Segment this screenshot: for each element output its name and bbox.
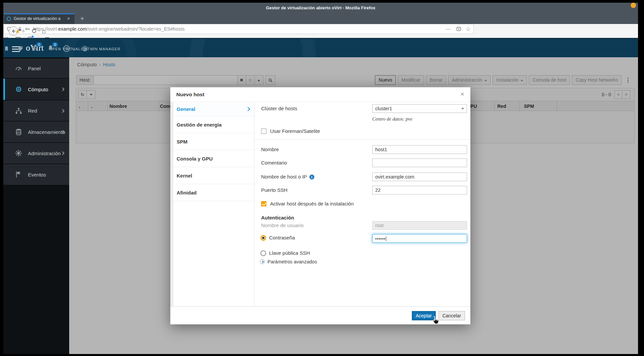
dashboard-gauge-icon bbox=[15, 64, 23, 72]
cpu-icon bbox=[15, 85, 23, 93]
magnifier-icon bbox=[268, 78, 273, 83]
sidebar-item-panel[interactable]: Panel bbox=[3, 59, 69, 78]
search-filter-bar: Host: ✖ ☆ bbox=[76, 75, 275, 85]
dialog-close-icon[interactable]: ✕ bbox=[460, 91, 464, 97]
reload-button[interactable] bbox=[31, 28, 37, 34]
sidebar-item-administracion[interactable]: Administración bbox=[3, 143, 69, 164]
back-icon bbox=[11, 29, 16, 34]
refresh-rate-dropdown[interactable] bbox=[87, 90, 95, 99]
next-page-button[interactable]: > bbox=[622, 90, 630, 99]
dialog-header: Nuevo host ✕ bbox=[170, 87, 470, 102]
tab-kernel[interactable]: Kernel bbox=[173, 167, 254, 184]
sidebar-item-almacenamiento[interactable]: Almacenamiento bbox=[3, 122, 69, 142]
connection-lock-icon[interactable] bbox=[17, 26, 23, 32]
sidebar-item-computo[interactable]: Cómputo bbox=[3, 79, 69, 100]
breadcrumb-current-link[interactable]: Hosts bbox=[103, 62, 115, 67]
installation-menu-button[interactable]: Instalación bbox=[493, 75, 527, 85]
account-notification-dot bbox=[31, 35, 34, 38]
tab-spm[interactable]: SPM bbox=[173, 133, 254, 150]
foreman-label: Usar Foreman/Satelite bbox=[270, 128, 320, 135]
tags-icon[interactable] bbox=[17, 45, 24, 52]
clear-search-button[interactable]: ✖ bbox=[238, 75, 246, 85]
management-menu-button[interactable]: Administración bbox=[448, 75, 491, 85]
address-input[interactable]: ovirt.example.com bbox=[372, 173, 467, 181]
advanced-params-expander[interactable]: Parámetros avanzados bbox=[260, 257, 317, 266]
search-button[interactable] bbox=[265, 75, 275, 85]
datacenter-note: Centro de datos: pve bbox=[372, 116, 412, 122]
name-input[interactable]: host1 bbox=[372, 145, 467, 154]
browser-tab[interactable]: Gestor de virtualización a ✕ bbox=[4, 13, 75, 24]
copy-host-networks-button[interactable]: Copy Host Networks bbox=[572, 75, 622, 85]
tab-afinidad[interactable]: Afinidad bbox=[173, 184, 254, 201]
host-actions-toolbar: Nuevo Modificar Borrar Administración In… bbox=[375, 75, 632, 85]
pocket-icon[interactable] bbox=[456, 26, 462, 32]
tab-general[interactable]: General bbox=[173, 102, 254, 116]
tasks-count-badge: 0 bbox=[36, 42, 42, 47]
window-titlebar: Gestor de virtualización abierto oVirt -… bbox=[3, 3, 638, 13]
flag-icon bbox=[15, 171, 23, 178]
tab-close-icon[interactable]: ✕ bbox=[67, 16, 70, 21]
refresh-button[interactable]: ↻ bbox=[78, 90, 87, 99]
page-actions-icon[interactable]: ⋯ bbox=[445, 26, 451, 32]
chevron-down-icon bbox=[90, 94, 92, 96]
remove-host-button[interactable]: Borrar bbox=[426, 75, 446, 85]
column-nombre[interactable]: Nombre bbox=[109, 101, 127, 111]
alerts-bell-icon[interactable]: 0 bbox=[47, 45, 54, 53]
alerts-count-badge: 0 bbox=[52, 42, 58, 47]
info-icon[interactable]: i bbox=[309, 175, 314, 179]
new-host-button[interactable]: Nuevo bbox=[375, 75, 396, 85]
column-spm[interactable]: SPM bbox=[524, 101, 534, 111]
network-icon bbox=[15, 107, 23, 115]
activate-host-label: Activar host después de la instalación bbox=[270, 200, 354, 207]
new-host-dialog: Nuevo host ✕ General Gestión de energía … bbox=[170, 87, 470, 324]
edit-host-button[interactable]: Modificar bbox=[398, 75, 424, 85]
search-history-dropdown[interactable] bbox=[255, 75, 263, 85]
tab-title: Gestor de virtualización a bbox=[14, 16, 66, 21]
filter-type-selector[interactable]: Host: bbox=[76, 75, 94, 85]
ssh-key-label: Llave pública SSH bbox=[269, 249, 310, 257]
password-input[interactable]: •••••• bbox=[372, 234, 467, 243]
browser-toolbar: ⌂ https://ovirt.example.com/ovirt-engine… bbox=[3, 24, 638, 38]
refresh-controls: ↻ bbox=[78, 90, 95, 99]
comment-input[interactable] bbox=[372, 159, 467, 167]
search-input[interactable] bbox=[94, 75, 238, 85]
home-button[interactable]: ⌂ bbox=[42, 26, 46, 36]
window-control-button[interactable] bbox=[631, 3, 636, 8]
column-status-icon[interactable]: . bbox=[79, 101, 80, 111]
url-bar[interactable]: https://ovirt.example.com/ovirt-engine/w… bbox=[3, 24, 474, 34]
form-divider bbox=[254, 140, 470, 140]
expand-arrow-icon bbox=[260, 259, 265, 264]
foreman-checkbox[interactable] bbox=[261, 129, 266, 134]
chevron-down-icon bbox=[257, 80, 260, 82]
dialog-footer: Aceptar Cancelar bbox=[170, 306, 470, 324]
activate-host-checkbox[interactable] bbox=[261, 201, 266, 206]
comment-label: Comentario bbox=[261, 159, 287, 167]
window-title: Gestor de virtualización abierto oVirt -… bbox=[3, 3, 638, 13]
bookmark-star-icon[interactable]: ☆ bbox=[466, 26, 471, 33]
bookmark-search-button[interactable]: ☆ bbox=[246, 75, 255, 85]
auth-section-title: Autenticación bbox=[261, 215, 294, 220]
sidebar-item-red[interactable]: Red bbox=[3, 101, 69, 121]
sidebar-item-eventos[interactable]: Eventos bbox=[3, 164, 69, 185]
ssh-port-input[interactable]: 22 bbox=[372, 186, 467, 194]
prev-page-button[interactable]: < bbox=[614, 90, 622, 99]
host-console-button[interactable]: Consola de host bbox=[529, 75, 570, 85]
column-alerts-icon[interactable]: . bbox=[91, 101, 92, 111]
tasks-icon[interactable]: 0 bbox=[31, 45, 38, 53]
column-red[interactable]: Red bbox=[497, 101, 506, 111]
dialog-tab-list: General Gestión de energía SPM Consola y… bbox=[170, 102, 254, 306]
bookmarks-icon[interactable] bbox=[3, 46, 10, 52]
tab-gestion-energia[interactable]: Gestión de energía bbox=[173, 116, 254, 133]
password-radio[interactable] bbox=[260, 235, 266, 241]
kebab-menu-button[interactable]: ⋮ bbox=[624, 77, 632, 84]
cluster-select[interactable]: cluster1 bbox=[372, 104, 467, 113]
pagination-range: 0 - 0 bbox=[602, 92, 611, 97]
cursor-hand-pointer-icon bbox=[430, 316, 439, 326]
url-path: /ovirt-engine/webadmin/?locale=es_ES#hos… bbox=[87, 26, 185, 32]
cancel-button[interactable]: Cancelar bbox=[438, 311, 465, 320]
username-input[interactable]: root bbox=[372, 221, 467, 230]
chevron-right-icon bbox=[61, 109, 64, 113]
new-tab-button[interactable]: + bbox=[77, 14, 87, 23]
tab-consola-gpu[interactable]: Consola y GPU bbox=[173, 150, 254, 167]
ssh-key-radio[interactable] bbox=[260, 250, 266, 256]
